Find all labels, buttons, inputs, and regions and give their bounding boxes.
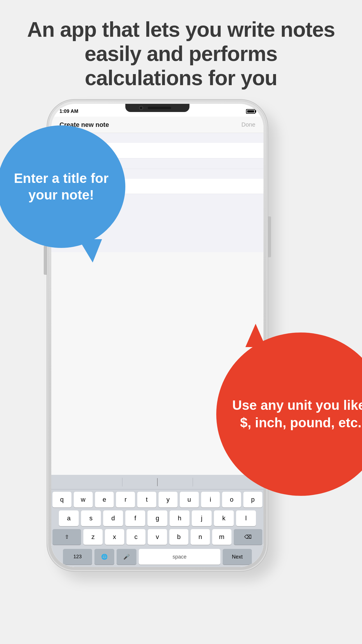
- battery-indicator: [246, 109, 255, 114]
- battery-icon: [246, 109, 255, 114]
- key-m[interactable]: m: [212, 529, 231, 545]
- phone-notch: [125, 104, 189, 112]
- page-title: An app that lets you write notes easily …: [0, 0, 362, 102]
- key-e[interactable]: e: [95, 492, 114, 508]
- key-next[interactable]: Next: [223, 549, 252, 565]
- key-i[interactable]: i: [201, 492, 220, 508]
- key-row-2: a s d f g h j k l: [52, 510, 262, 526]
- bubble-red-text: Use any unit you like, $, inch, pound, e…: [216, 382, 362, 446]
- power-button: [268, 216, 271, 257]
- header-section: An app that lets you write notes easily …: [0, 0, 362, 102]
- key-u[interactable]: u: [180, 492, 199, 508]
- key-row-1: q w e r t y u i o p: [52, 492, 262, 508]
- key-w[interactable]: w: [74, 492, 93, 508]
- key-k[interactable]: k: [214, 510, 234, 526]
- keyboard[interactable]: q w e r t y u i o p a: [51, 475, 263, 567]
- key-space[interactable]: space: [139, 549, 220, 565]
- speaker-bar: [148, 107, 171, 109]
- key-globe[interactable]: 🌐: [94, 549, 114, 565]
- key-f[interactable]: f: [125, 510, 145, 526]
- key-shift[interactable]: ⇧: [52, 529, 81, 545]
- key-d[interactable]: d: [103, 510, 123, 526]
- key-h[interactable]: h: [170, 510, 189, 526]
- key-row-3: ⇧ z x c v b n m ⌫: [52, 529, 262, 545]
- key-microphone[interactable]: 🎤: [117, 549, 136, 565]
- key-c[interactable]: c: [126, 529, 146, 545]
- key-v[interactable]: v: [148, 529, 167, 545]
- autocomplete-bar: [51, 475, 263, 489]
- key-y[interactable]: y: [159, 492, 178, 508]
- key-q[interactable]: q: [52, 492, 71, 508]
- bubble-blue-text: Enter a title for your note!: [0, 161, 125, 212]
- key-b[interactable]: b: [169, 529, 189, 545]
- battery-fill: [247, 110, 254, 113]
- key-n[interactable]: n: [191, 529, 210, 545]
- key-123[interactable]: 123: [63, 549, 92, 565]
- key-j[interactable]: j: [192, 510, 212, 526]
- keyboard-rows: q w e r t y u i o p a: [51, 489, 263, 549]
- key-r[interactable]: r: [116, 492, 135, 508]
- key-x[interactable]: x: [105, 529, 124, 545]
- key-l[interactable]: l: [236, 510, 256, 526]
- key-a[interactable]: a: [59, 510, 79, 526]
- nav-done-button[interactable]: Done: [241, 121, 255, 128]
- camera-dot: [139, 106, 143, 110]
- keyboard-bottom-row: 123 🌐 🎤 space Next: [51, 549, 263, 567]
- key-t[interactable]: t: [137, 492, 156, 508]
- key-z[interactable]: z: [83, 529, 103, 545]
- key-g[interactable]: g: [147, 510, 167, 526]
- autocomplete-cursor: [157, 478, 158, 486]
- volume-down-button: [44, 246, 47, 275]
- bubble-blue: Enter a title for your note!: [0, 125, 125, 248]
- key-o[interactable]: o: [222, 492, 241, 508]
- key-s[interactable]: s: [81, 510, 101, 526]
- key-delete[interactable]: ⌫: [234, 529, 262, 545]
- key-p[interactable]: p: [243, 492, 262, 508]
- status-time: 1:09 AM: [59, 108, 78, 114]
